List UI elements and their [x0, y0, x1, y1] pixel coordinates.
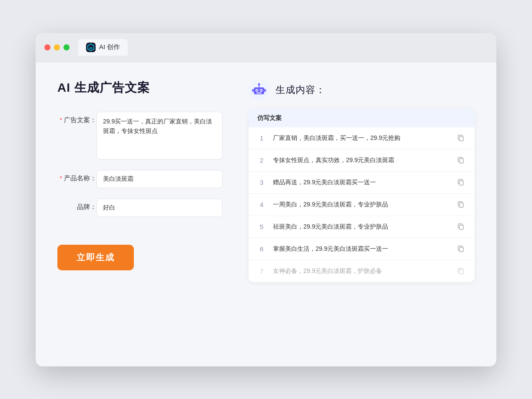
left-panel: AI 生成广告文案 *广告文案： *产品名称： 品牌： 立: [57, 80, 223, 349]
svg-point-10: [258, 83, 260, 85]
generate-button[interactable]: 立即生成: [57, 245, 134, 270]
svg-rect-14: [459, 159, 463, 163]
svg-rect-17: [459, 225, 463, 229]
copy-icon[interactable]: [456, 244, 466, 254]
row-number: 1: [257, 134, 266, 142]
page-title: AI 生成广告文案: [57, 80, 223, 96]
brand-input[interactable]: [96, 199, 223, 217]
copy-icon[interactable]: [456, 222, 466, 232]
table-row: 7女神必备，29.9元美白淡斑霜，护肤必备: [249, 260, 475, 282]
table-row: 3赠品再送，29.9元美白淡斑霜买一送一: [249, 172, 475, 194]
browser-content: AI 生成广告文案 *广告文案： *产品名称： 品牌： 立: [36, 62, 496, 366]
ad-copy-group: *广告文案：: [57, 112, 223, 160]
row-text: 厂家直销，美白淡斑霜，买一送一，29.9元抢购: [273, 133, 449, 143]
required-star-product: *: [60, 174, 62, 182]
row-number: 7: [257, 267, 266, 275]
minimize-button[interactable]: [54, 44, 60, 50]
table-row: 5祛斑美白，29.9元美白淡斑霜，专业护肤品: [249, 216, 475, 238]
browser-tab[interactable]: AI AI 创作: [78, 39, 128, 56]
tab-label: AI 创作: [99, 43, 120, 51]
svg-rect-18: [459, 247, 463, 252]
copy-icon[interactable]: [456, 266, 466, 276]
row-text: 专抹女性斑点，真实功效，29.9元美白淡斑霜: [273, 156, 449, 165]
brand-group: 品牌：: [57, 199, 223, 217]
table-row: 4一周美白，29.9元美白淡斑霜，专业护肤品: [249, 194, 475, 216]
table-row: 1厂家直销，美白淡斑霜，买一送一，29.9元抢购: [249, 127, 475, 150]
svg-rect-11: [252, 89, 254, 92]
row-text: 掌握美白生活，29.9元美白淡斑霜买一送一: [273, 244, 449, 253]
row-text: 赠品再送，29.9元美白淡斑霜买一送一: [273, 178, 449, 187]
required-star-ad: *: [60, 116, 62, 123]
copy-icon[interactable]: [456, 133, 466, 143]
traffic-lights: [44, 44, 70, 50]
ad-copy-label: *广告文案：: [57, 112, 96, 124]
row-number: 2: [257, 156, 266, 164]
table-row: 6掌握美白生活，29.9元美白淡斑霜买一送一: [249, 238, 475, 260]
browser-titlebar: AI AI 创作: [36, 33, 496, 62]
svg-point-7: [261, 90, 262, 91]
table-row: 2专抹女性斑点，真实功效，29.9元美白淡斑霜: [249, 150, 475, 172]
svg-rect-15: [459, 181, 463, 185]
row-number: 4: [257, 201, 266, 208]
brand-label: 品牌：: [57, 199, 96, 211]
close-button[interactable]: [44, 44, 50, 50]
result-table: 仿写文案 1厂家直销，美白淡斑霜，买一送一，29.9元抢购 2专抹女性斑点，真实…: [249, 109, 475, 282]
product-name-label: *产品名称：: [57, 170, 96, 183]
result-rows-container: 1厂家直销，美白淡斑霜，买一送一，29.9元抢购 2专抹女性斑点，真实功效，29…: [249, 127, 475, 282]
svg-text:AI: AI: [90, 46, 93, 49]
copy-icon[interactable]: [456, 156, 466, 165]
row-text: 祛斑美白，29.9元美白淡斑霜，专业护肤品: [273, 222, 449, 231]
right-panel: 生成内容： 仿写文案 1厂家直销，美白淡斑霜，买一送一，29.9元抢购 2专抹女…: [249, 80, 475, 349]
svg-rect-13: [459, 136, 463, 141]
copy-icon[interactable]: [456, 200, 466, 209]
product-name-group: *产品名称：: [57, 170, 223, 188]
browser-window: AI AI 创作 AI 生成广告文案 *广告文案： *产品名称：: [36, 33, 496, 366]
svg-rect-19: [459, 269, 463, 274]
row-text: 女神必备，29.9元美白淡斑霜，护肤必备: [273, 266, 449, 276]
row-text: 一周美白，29.9元美白淡斑霜，专业护肤品: [273, 200, 449, 209]
svg-rect-8: [256, 93, 262, 93]
svg-point-6: [256, 90, 258, 91]
ad-copy-input[interactable]: [96, 112, 223, 160]
maximize-button[interactable]: [63, 44, 70, 50]
tab-ai-icon: AI: [86, 43, 96, 52]
copy-icon[interactable]: [456, 178, 466, 187]
product-name-input[interactable]: [96, 170, 223, 188]
result-title: 生成内容：: [276, 83, 326, 96]
result-header: 生成内容：: [249, 80, 475, 100]
robot-icon: [249, 80, 269, 100]
svg-rect-16: [459, 203, 463, 207]
row-number: 5: [257, 223, 266, 230]
row-number: 3: [257, 179, 266, 186]
svg-rect-12: [264, 89, 266, 92]
row-number: 6: [257, 245, 266, 253]
table-header: 仿写文案: [249, 109, 475, 127]
